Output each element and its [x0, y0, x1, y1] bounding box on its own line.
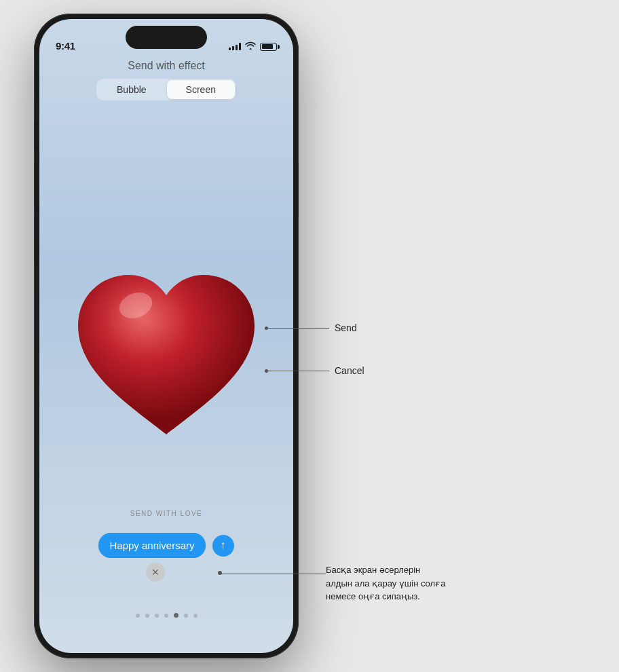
- heart-graphic: [64, 258, 268, 455]
- annotations: Send Cancel Басқа экран әсерлеріналдын а…: [319, 0, 604, 672]
- cancel-annotation: Cancel: [265, 365, 364, 376]
- page-dots: [39, 613, 293, 618]
- send-arrow-icon: ↑: [221, 539, 226, 551]
- cancel-button[interactable]: ✕: [146, 563, 165, 582]
- message-bubble: Happy anniversary: [98, 533, 205, 558]
- signal-icon: [229, 43, 241, 50]
- iphone-frame: 9:41: [34, 14, 299, 658]
- cancel-annotation-label: Cancel: [335, 365, 364, 376]
- dot-4[interactable]: [164, 614, 168, 618]
- power-button: [298, 163, 299, 217]
- dynamic-island: [126, 26, 207, 49]
- volume-down-button: [34, 217, 35, 261]
- send-annotation-line: [268, 328, 329, 329]
- heart-area: [39, 100, 293, 653]
- iphone-screen: 9:41: [39, 19, 293, 653]
- battery-icon: [260, 43, 277, 51]
- send-annotation-label: Send: [335, 322, 357, 333]
- page-wrapper: 9:41: [0, 0, 619, 672]
- cancel-x-icon: ✕: [151, 567, 160, 577]
- silent-switch: [34, 122, 35, 149]
- message-area: Happy anniversary ↑: [39, 533, 293, 558]
- tab-bubble[interactable]: Bubble: [98, 80, 166, 99]
- dot-1[interactable]: [136, 614, 140, 618]
- effect-header: Send with effect Bubble Screen: [39, 60, 293, 100]
- dots-annotation-text: Басқа экран әсерлеріналдын ала қарау үші…: [326, 563, 482, 603]
- tab-screen[interactable]: Screen: [167, 80, 235, 99]
- send-with-love-label: SEND WITH LOVE: [130, 510, 203, 517]
- dot-7[interactable]: [193, 614, 198, 618]
- status-icons: [229, 41, 277, 52]
- dots-annotation-line: [221, 574, 326, 574]
- tab-switcher: Bubble Screen: [96, 79, 236, 100]
- status-time: 9:41: [56, 40, 75, 52]
- dot-5-active[interactable]: [174, 613, 179, 618]
- dot-3[interactable]: [155, 614, 159, 618]
- dots-annotation-dot: [218, 571, 222, 575]
- dot-2[interactable]: [145, 614, 149, 618]
- screen-content: Send with effect Bubble Screen: [39, 19, 293, 653]
- dot-6[interactable]: [184, 614, 188, 618]
- send-annotation: Send: [265, 322, 357, 333]
- cancel-annotation-line: [268, 371, 329, 371]
- volume-up-button: [34, 163, 35, 207]
- wifi-icon: [245, 41, 256, 52]
- effect-title: Send with effect: [39, 60, 293, 72]
- send-button[interactable]: ↑: [212, 535, 234, 557]
